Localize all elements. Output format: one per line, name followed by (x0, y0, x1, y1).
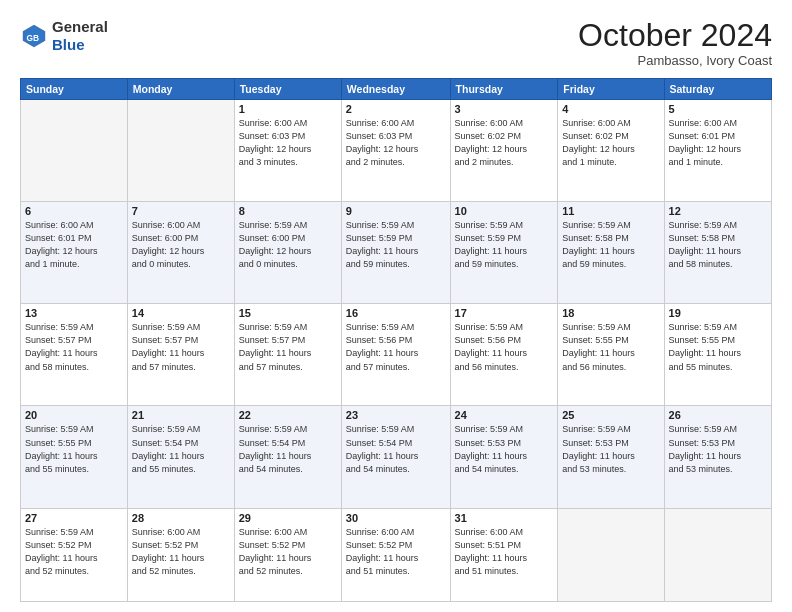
table-row (127, 100, 234, 202)
day-info: Sunrise: 5:59 AMSunset: 5:59 PMDaylight:… (455, 219, 554, 271)
table-row: 22Sunrise: 5:59 AMSunset: 5:54 PMDayligh… (234, 406, 341, 508)
day-number: 19 (669, 307, 767, 319)
table-row: 7Sunrise: 6:00 AMSunset: 6:00 PMDaylight… (127, 202, 234, 304)
day-info: Sunrise: 5:59 AMSunset: 5:55 PMDaylight:… (25, 423, 123, 475)
day-info: Sunrise: 5:59 AMSunset: 5:55 PMDaylight:… (562, 321, 659, 373)
logo-text: General Blue (52, 18, 108, 54)
day-number: 5 (669, 103, 767, 115)
logo: GB General Blue (20, 18, 108, 54)
table-row: 5Sunrise: 6:00 AMSunset: 6:01 PMDaylight… (664, 100, 771, 202)
logo-general: General (52, 18, 108, 35)
col-saturday: Saturday (664, 79, 771, 100)
table-row: 21Sunrise: 5:59 AMSunset: 5:54 PMDayligh… (127, 406, 234, 508)
table-row: 23Sunrise: 5:59 AMSunset: 5:54 PMDayligh… (341, 406, 450, 508)
day-info: Sunrise: 6:00 AMSunset: 5:52 PMDaylight:… (239, 526, 337, 578)
day-info: Sunrise: 5:59 AMSunset: 5:59 PMDaylight:… (346, 219, 446, 271)
table-row: 1Sunrise: 6:00 AMSunset: 6:03 PMDaylight… (234, 100, 341, 202)
day-info: Sunrise: 6:00 AMSunset: 6:01 PMDaylight:… (669, 117, 767, 169)
logo-icon: GB (20, 22, 48, 50)
day-number: 14 (132, 307, 230, 319)
calendar-table: Sunday Monday Tuesday Wednesday Thursday… (20, 78, 772, 602)
table-row: 27Sunrise: 5:59 AMSunset: 5:52 PMDayligh… (21, 508, 128, 601)
day-info: Sunrise: 6:00 AMSunset: 6:00 PMDaylight:… (132, 219, 230, 271)
calendar-week-row: 13Sunrise: 5:59 AMSunset: 5:57 PMDayligh… (21, 304, 772, 406)
day-number: 7 (132, 205, 230, 217)
day-number: 29 (239, 512, 337, 524)
col-tuesday: Tuesday (234, 79, 341, 100)
col-wednesday: Wednesday (341, 79, 450, 100)
day-number: 16 (346, 307, 446, 319)
day-info: Sunrise: 5:59 AMSunset: 5:57 PMDaylight:… (132, 321, 230, 373)
day-info: Sunrise: 5:59 AMSunset: 5:54 PMDaylight:… (346, 423, 446, 475)
day-number: 10 (455, 205, 554, 217)
day-number: 9 (346, 205, 446, 217)
day-number: 4 (562, 103, 659, 115)
day-number: 6 (25, 205, 123, 217)
day-number: 3 (455, 103, 554, 115)
day-info: Sunrise: 5:59 AMSunset: 5:58 PMDaylight:… (562, 219, 659, 271)
day-info: Sunrise: 6:00 AMSunset: 6:02 PMDaylight:… (455, 117, 554, 169)
day-number: 21 (132, 409, 230, 421)
table-row (664, 508, 771, 601)
day-number: 30 (346, 512, 446, 524)
table-row (21, 100, 128, 202)
day-info: Sunrise: 5:59 AMSunset: 5:56 PMDaylight:… (455, 321, 554, 373)
table-row: 15Sunrise: 5:59 AMSunset: 5:57 PMDayligh… (234, 304, 341, 406)
day-number: 28 (132, 512, 230, 524)
day-info: Sunrise: 5:59 AMSunset: 6:00 PMDaylight:… (239, 219, 337, 271)
calendar-week-row: 1Sunrise: 6:00 AMSunset: 6:03 PMDaylight… (21, 100, 772, 202)
svg-text:GB: GB (27, 33, 40, 43)
table-row: 16Sunrise: 5:59 AMSunset: 5:56 PMDayligh… (341, 304, 450, 406)
col-thursday: Thursday (450, 79, 558, 100)
day-info: Sunrise: 5:59 AMSunset: 5:56 PMDaylight:… (346, 321, 446, 373)
table-row: 20Sunrise: 5:59 AMSunset: 5:55 PMDayligh… (21, 406, 128, 508)
table-row: 14Sunrise: 5:59 AMSunset: 5:57 PMDayligh… (127, 304, 234, 406)
day-info: Sunrise: 5:59 AMSunset: 5:55 PMDaylight:… (669, 321, 767, 373)
day-number: 22 (239, 409, 337, 421)
day-info: Sunrise: 5:59 AMSunset: 5:57 PMDaylight:… (239, 321, 337, 373)
day-number: 13 (25, 307, 123, 319)
day-number: 27 (25, 512, 123, 524)
day-number: 11 (562, 205, 659, 217)
table-row: 8Sunrise: 5:59 AMSunset: 6:00 PMDaylight… (234, 202, 341, 304)
calendar-week-row: 6Sunrise: 6:00 AMSunset: 6:01 PMDaylight… (21, 202, 772, 304)
day-number: 23 (346, 409, 446, 421)
table-row: 10Sunrise: 5:59 AMSunset: 5:59 PMDayligh… (450, 202, 558, 304)
calendar-header-row: Sunday Monday Tuesday Wednesday Thursday… (21, 79, 772, 100)
day-number: 8 (239, 205, 337, 217)
table-row: 9Sunrise: 5:59 AMSunset: 5:59 PMDaylight… (341, 202, 450, 304)
day-info: Sunrise: 6:00 AMSunset: 5:52 PMDaylight:… (346, 526, 446, 578)
day-number: 15 (239, 307, 337, 319)
day-info: Sunrise: 5:59 AMSunset: 5:54 PMDaylight:… (239, 423, 337, 475)
table-row: 12Sunrise: 5:59 AMSunset: 5:58 PMDayligh… (664, 202, 771, 304)
title-block: October 2024 Pambasso, Ivory Coast (578, 18, 772, 68)
table-row (558, 508, 664, 601)
table-row: 2Sunrise: 6:00 AMSunset: 6:03 PMDaylight… (341, 100, 450, 202)
page: GB General Blue October 2024 Pambasso, I… (0, 0, 792, 612)
day-info: Sunrise: 6:00 AMSunset: 6:03 PMDaylight:… (239, 117, 337, 169)
calendar-week-row: 20Sunrise: 5:59 AMSunset: 5:55 PMDayligh… (21, 406, 772, 508)
table-row: 4Sunrise: 6:00 AMSunset: 6:02 PMDaylight… (558, 100, 664, 202)
table-row: 31Sunrise: 6:00 AMSunset: 5:51 PMDayligh… (450, 508, 558, 601)
day-number: 17 (455, 307, 554, 319)
day-number: 20 (25, 409, 123, 421)
day-info: Sunrise: 5:59 AMSunset: 5:52 PMDaylight:… (25, 526, 123, 578)
day-number: 12 (669, 205, 767, 217)
table-row: 13Sunrise: 5:59 AMSunset: 5:57 PMDayligh… (21, 304, 128, 406)
table-row: 18Sunrise: 5:59 AMSunset: 5:55 PMDayligh… (558, 304, 664, 406)
col-friday: Friday (558, 79, 664, 100)
header: GB General Blue October 2024 Pambasso, I… (20, 18, 772, 68)
day-info: Sunrise: 6:00 AMSunset: 6:02 PMDaylight:… (562, 117, 659, 169)
table-row: 30Sunrise: 6:00 AMSunset: 5:52 PMDayligh… (341, 508, 450, 601)
table-row: 25Sunrise: 5:59 AMSunset: 5:53 PMDayligh… (558, 406, 664, 508)
table-row: 26Sunrise: 5:59 AMSunset: 5:53 PMDayligh… (664, 406, 771, 508)
day-info: Sunrise: 6:00 AMSunset: 6:01 PMDaylight:… (25, 219, 123, 271)
table-row: 28Sunrise: 6:00 AMSunset: 5:52 PMDayligh… (127, 508, 234, 601)
day-info: Sunrise: 5:59 AMSunset: 5:58 PMDaylight:… (669, 219, 767, 271)
day-number: 2 (346, 103, 446, 115)
location-subtitle: Pambasso, Ivory Coast (578, 53, 772, 68)
day-number: 25 (562, 409, 659, 421)
day-number: 18 (562, 307, 659, 319)
day-info: Sunrise: 5:59 AMSunset: 5:53 PMDaylight:… (455, 423, 554, 475)
logo-blue: Blue (52, 36, 85, 53)
